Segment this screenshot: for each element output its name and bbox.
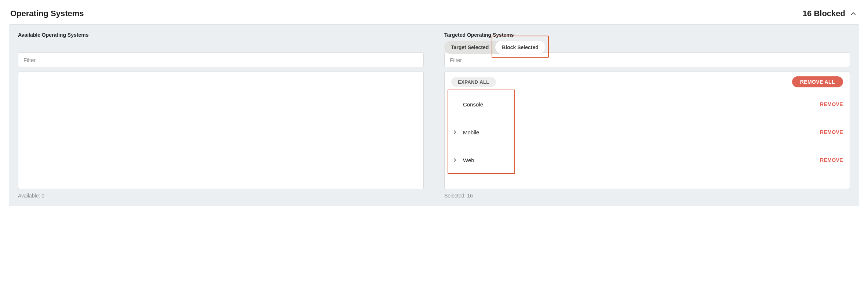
remove-button[interactable]: REMOVE (820, 129, 843, 135)
list-item-left: Web (451, 156, 474, 164)
list-item-label: Mobile (462, 129, 479, 135)
available-title: Available Operating Systems (18, 32, 424, 38)
expand-all-button[interactable]: EXPAND ALL (451, 77, 496, 87)
blocked-count: 16 Blocked (803, 9, 845, 18)
list-item-label: Web (462, 157, 474, 163)
chevron-placeholder (451, 101, 459, 108)
available-filter-input[interactable] (18, 52, 424, 67)
list-item[interactable]: MobileREMOVE (451, 118, 843, 146)
list-item-label: Console (462, 101, 483, 108)
available-column: Available Operating Systems Available: 0 (18, 32, 424, 199)
targeted-column: Targeted Operating Systems Target Select… (444, 32, 850, 199)
target-selected-button[interactable]: Target Selected (444, 41, 495, 54)
chevron-right-icon[interactable] (451, 156, 459, 164)
targeted-filter-input[interactable] (444, 52, 850, 67)
list-item-left: Console (451, 101, 483, 108)
targeting-mode-toggle: Target Selected Block Selected (444, 41, 545, 54)
list-item[interactable]: WebREMOVE (451, 146, 843, 174)
list-item-left: Mobile (451, 128, 479, 136)
remove-all-button[interactable]: REMOVE ALL (792, 76, 843, 87)
section-title: Operating Systems (10, 9, 84, 18)
list-item[interactable]: ConsoleREMOVE (451, 90, 843, 118)
chevron-up-icon[interactable] (849, 9, 858, 18)
chevron-right-icon[interactable] (451, 128, 459, 136)
block-selected-button[interactable]: Block Selected (495, 41, 545, 54)
targeted-list: EXPAND ALL REMOVE ALL ConsoleREMOVEMobil… (444, 72, 850, 189)
section-header[interactable]: Operating Systems 16 Blocked (9, 7, 859, 24)
targeted-footer: Selected: 16 (444, 193, 850, 199)
available-list (18, 72, 424, 189)
remove-button[interactable]: REMOVE (820, 101, 843, 107)
targeted-title: Targeted Operating Systems (444, 32, 850, 38)
remove-button[interactable]: REMOVE (820, 157, 843, 163)
operating-systems-panel: Available Operating Systems Available: 0… (9, 24, 859, 206)
available-footer: Available: 0 (18, 193, 424, 199)
